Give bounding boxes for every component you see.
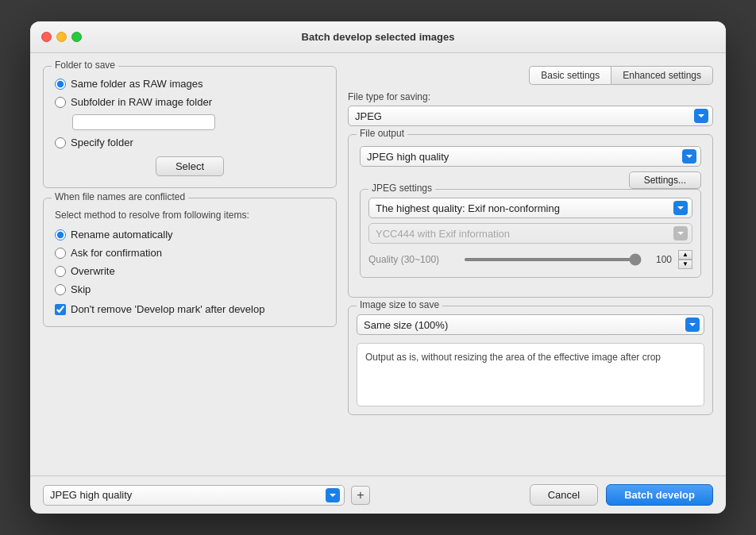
conflict-group-title: When file names are conflicted — [52, 191, 188, 202]
develop-mark-row: Don't remove 'Develop mark' after develo… — [55, 303, 325, 315]
image-size-select-wrapper: Same size (100%) — [357, 314, 704, 335]
develop-mark-checkbox[interactable] — [55, 304, 66, 315]
file-type-select[interactable]: JPEG — [348, 106, 713, 126]
develop-mark-label: Don't remove 'Develop mark' after develo… — [71, 303, 264, 315]
conflict-group: When file names are conflicted Select me… — [43, 198, 337, 327]
folder-group-title: Folder to save — [52, 60, 118, 71]
jpeg-settings-group: JPEG settings The highest quality: Exif … — [360, 189, 701, 278]
rename-radio[interactable] — [55, 229, 66, 241]
conflict-description: Select method to resolve from following … — [55, 210, 325, 221]
file-type-select-wrapper: JPEG — [348, 106, 713, 126]
main-content: Folder to save Same folder as RAW images… — [30, 53, 726, 475]
same-folder-row: Same folder as RAW images — [55, 78, 325, 90]
footer: JPEG high quality + Cancel Batch develop — [30, 475, 726, 514]
rename-label: Rename automatically — [71, 229, 173, 241]
minimize-button[interactable] — [56, 32, 67, 42]
color-space-select-wrapper: YCC444 with Exif information — [368, 223, 692, 244]
settings-button[interactable]: Settings... — [629, 171, 701, 189]
subfolder-label: Subfolder in RAW image folder — [71, 96, 212, 108]
footer-preset-select[interactable]: JPEG high quality — [43, 485, 345, 506]
same-folder-radio[interactable] — [55, 79, 66, 90]
tab-basic[interactable]: Basic settings — [529, 66, 611, 85]
jpeg-quality-select-wrapper: The highest quality: Exif non-conforming — [368, 198, 692, 218]
quality-down-button[interactable]: ▼ — [678, 260, 692, 269]
image-size-select[interactable]: Same size (100%) — [357, 314, 704, 335]
skip-radio[interactable] — [55, 284, 66, 295]
main-window: Batch develop selected images Folder to … — [30, 21, 726, 514]
subfolder-row: Subfolder in RAW image folder — [55, 96, 325, 108]
quality-row: Quality (30~100) 100 ▲ ▼ — [368, 250, 692, 269]
close-button[interactable] — [41, 32, 52, 42]
file-output-group: File output JPEG high quality Settings..… — [348, 134, 713, 298]
image-size-group: Image size to save Same size (100%) Outp… — [348, 306, 713, 415]
file-output-select-wrapper: JPEG high quality — [360, 146, 701, 167]
quality-label: Quality (30~100) — [368, 254, 457, 265]
footer-preset-wrapper: JPEG high quality — [43, 485, 345, 506]
quality-value: 100 — [648, 254, 672, 265]
file-output-select[interactable]: JPEG high quality — [360, 146, 701, 167]
zoom-button[interactable] — [71, 32, 82, 42]
traffic-lights — [41, 32, 82, 42]
output-description: Output as is, without resizing the area … — [357, 343, 704, 406]
specify-folder-radio[interactable] — [55, 137, 66, 148]
footer-actions: Cancel Batch develop — [530, 484, 713, 506]
overwrite-label: Overwrite — [71, 265, 115, 277]
window-title: Batch develop selected images — [302, 31, 455, 43]
quality-up-button[interactable]: ▲ — [678, 250, 692, 260]
titlebar: Batch develop selected images — [30, 21, 726, 53]
select-button[interactable]: Select — [156, 156, 224, 176]
specify-folder-label: Specify folder — [71, 137, 133, 148]
rename-row: Rename automatically — [55, 229, 325, 241]
subfolder-radio[interactable] — [55, 97, 66, 108]
skip-row: Skip — [55, 283, 325, 295]
confirm-radio[interactable] — [55, 248, 66, 259]
batch-develop-button[interactable]: Batch develop — [606, 484, 713, 506]
quality-stepper: ▲ ▼ — [678, 250, 692, 269]
confirm-row: Ask for confirmation — [55, 247, 325, 259]
add-preset-button[interactable]: + — [351, 486, 370, 505]
left-panel: Folder to save Same folder as RAW images… — [43, 66, 337, 463]
quality-slider[interactable] — [464, 258, 642, 261]
color-space-select: YCC444 with Exif information — [368, 223, 692, 244]
jpeg-quality-select[interactable]: The highest quality: Exif non-conforming — [368, 198, 692, 218]
overwrite-radio[interactable] — [55, 266, 66, 277]
tabs-row: Basic settings Enhanced settings — [348, 66, 713, 85]
jpeg-settings-title: JPEG settings — [368, 183, 435, 194]
file-type-group: File type for saving: JPEG — [348, 91, 713, 126]
confirm-label: Ask for confirmation — [71, 247, 162, 259]
file-type-label: File type for saving: — [348, 91, 713, 102]
skip-label: Skip — [71, 283, 91, 295]
file-output-title: File output — [357, 128, 407, 139]
overwrite-row: Overwrite — [55, 265, 325, 277]
tab-enhanced[interactable]: Enhanced settings — [611, 66, 713, 85]
folder-group: Folder to save Same folder as RAW images… — [43, 66, 337, 188]
image-size-title: Image size to save — [357, 299, 442, 310]
subfolder-input[interactable] — [72, 114, 215, 130]
specify-folder-row: Specify folder — [55, 137, 325, 148]
same-folder-label: Same folder as RAW images — [71, 78, 202, 90]
right-panel: Basic settings Enhanced settings File ty… — [348, 66, 713, 463]
cancel-button[interactable]: Cancel — [530, 484, 598, 506]
